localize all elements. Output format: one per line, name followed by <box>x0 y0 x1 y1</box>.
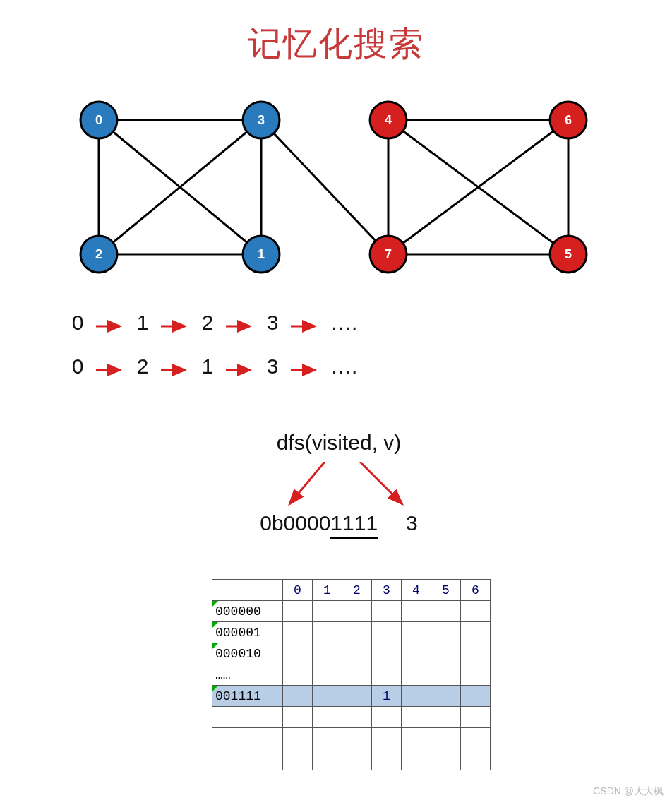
table-row <box>212 707 491 728</box>
table-cell <box>431 728 461 749</box>
arrow-right-icon <box>224 359 256 374</box>
arrow-right-icon <box>160 315 191 330</box>
table-cell <box>283 664 313 686</box>
table-cell <box>283 622 313 643</box>
svg-text:2: 2 <box>95 247 102 261</box>
table-col-header: 6 <box>461 580 491 601</box>
table-row <box>212 749 491 770</box>
table-cell <box>313 622 342 643</box>
triangle-icon <box>212 686 218 691</box>
table-corner <box>212 580 283 601</box>
arrow-right-icon <box>95 359 126 374</box>
table-cell <box>402 728 431 749</box>
table-cell <box>402 664 431 686</box>
sequence-item: 0 <box>71 354 85 378</box>
graph-node-5: 5 <box>550 236 587 273</box>
table-row-header: 000001 <box>212 622 283 643</box>
table-row-header <box>212 728 283 749</box>
arrow-right-icon <box>224 315 256 330</box>
graph-node-1: 1 <box>243 236 280 273</box>
table-cell <box>431 749 461 770</box>
table-cell <box>283 643 313 664</box>
graph-node-7: 7 <box>370 236 407 273</box>
table-cell <box>461 749 491 770</box>
table-cell <box>431 686 461 707</box>
table-cell: 1 <box>372 686 402 707</box>
table-col-header: 5 <box>431 580 461 601</box>
svg-text:0: 0 <box>95 113 102 127</box>
table-row-header: 000010 <box>212 643 283 664</box>
table-row-header: 000000 <box>212 601 283 622</box>
table-row: …… <box>212 664 491 686</box>
svg-text:5: 5 <box>565 247 572 261</box>
table-cell <box>461 686 491 707</box>
memo-table: 0123456000000000001000010……0011111 <box>212 579 491 770</box>
table-cell <box>402 707 431 728</box>
table-cell <box>342 643 372 664</box>
table-cell <box>372 664 402 686</box>
svg-text:6: 6 <box>565 113 572 127</box>
table-cell <box>342 622 372 643</box>
table-cell <box>313 601 342 622</box>
sequence-item: 3 <box>265 311 280 335</box>
sequence-item: 2 <box>200 311 215 335</box>
arrow-down-right-icon <box>360 462 402 504</box>
svg-text:1: 1 <box>258 247 265 261</box>
table-cell <box>342 664 372 686</box>
sequence-item: 2 <box>136 354 150 378</box>
graph-edge <box>261 120 388 254</box>
table-cell <box>283 728 313 749</box>
table-cell <box>461 707 491 728</box>
triangle-icon <box>212 643 218 649</box>
table-cell <box>402 643 431 664</box>
arrow-right-icon <box>289 315 320 330</box>
graph-node-0: 0 <box>80 102 117 138</box>
svg-text:7: 7 <box>385 247 392 261</box>
table-cell <box>313 749 342 770</box>
table-row <box>212 728 491 749</box>
table-cell <box>431 601 461 622</box>
table-cell <box>372 707 402 728</box>
watermark: CSDN @大大枫 <box>593 785 664 798</box>
table-cell <box>402 601 431 622</box>
table-cell <box>342 601 372 622</box>
table-cell <box>402 749 431 770</box>
table-cell <box>431 622 461 643</box>
table-cell <box>283 601 313 622</box>
dfs-call-label: dfs(visited, v) <box>212 431 466 455</box>
table-cell <box>402 622 431 643</box>
svg-text:3: 3 <box>258 113 265 127</box>
svg-text:4: 4 <box>385 113 392 127</box>
table-cell <box>461 622 491 643</box>
table-col-header: 2 <box>342 580 372 601</box>
triangle-icon <box>212 622 218 628</box>
table-cell <box>313 686 342 707</box>
sequence-row: 0213…. <box>71 354 357 378</box>
graph-diagram: 03214675 <box>64 99 614 282</box>
table-cell <box>461 643 491 664</box>
sequence-item: …. <box>330 311 357 335</box>
table-cell <box>431 664 461 686</box>
table-cell <box>342 707 372 728</box>
table-row-header: …… <box>212 664 283 686</box>
table-cell <box>313 664 342 686</box>
dfs-v-value: 3 <box>406 511 418 535</box>
table-row: 0011111 <box>212 686 491 707</box>
table-col-header: 3 <box>372 580 402 601</box>
sequence-item: 1 <box>200 354 215 378</box>
table-cell <box>372 622 402 643</box>
table-cell <box>283 749 313 770</box>
sequence-item: 3 <box>265 354 280 378</box>
table-cell <box>431 707 461 728</box>
table-cell <box>431 643 461 664</box>
arrow-right-icon <box>95 315 126 330</box>
sequences: 0123….0213…. <box>71 311 357 398</box>
graph-node-2: 2 <box>80 236 117 273</box>
table-cell <box>313 707 342 728</box>
table-cell <box>372 643 402 664</box>
table-cell <box>372 728 402 749</box>
table-cell <box>372 601 402 622</box>
arrow-right-icon <box>160 359 191 374</box>
table-col-header: 4 <box>402 580 431 601</box>
table-cell <box>313 643 342 664</box>
